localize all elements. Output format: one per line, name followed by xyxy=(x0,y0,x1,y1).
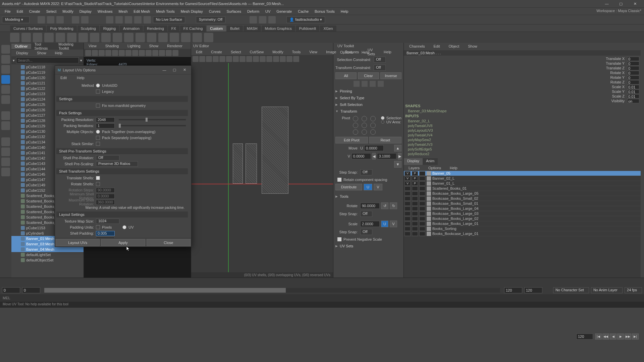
shelf-tool-icon[interactable] xyxy=(78,33,88,42)
shelf-tool-icon[interactable] xyxy=(124,33,133,42)
snap-curve-icon[interactable] xyxy=(115,16,123,23)
shelf-tab-fx[interactable]: FX xyxy=(168,25,179,32)
uv-shell[interactable] xyxy=(233,143,243,184)
shelf-tool-icon[interactable] xyxy=(101,33,111,42)
layer-row[interactable]: VPBanner_05 xyxy=(404,171,641,176)
scale-snap-drop[interactable]: Off xyxy=(360,229,372,235)
convert-icon[interactable] xyxy=(362,81,368,87)
vp-tool-icon[interactable] xyxy=(159,50,165,56)
chan-menu-object[interactable]: Object xyxy=(446,44,462,49)
window-minimize[interactable]: — xyxy=(600,0,614,7)
tile-padding-input[interactable] xyxy=(96,237,115,238)
dialog-minimize[interactable]: — xyxy=(160,67,168,73)
menu-mesh-display[interactable]: Mesh Display xyxy=(178,9,206,14)
pack-iter-input[interactable] xyxy=(96,123,115,128)
rotate-ccw-icon[interactable]: ↺ xyxy=(381,202,388,209)
vp-tool-icon[interactable] xyxy=(152,50,158,56)
layer-row[interactable]: Scattered_Books_01 xyxy=(404,186,641,191)
shelf-tool-icon[interactable] xyxy=(193,33,202,42)
shelf-tab-pulldownit[interactable]: PulldownIt xyxy=(296,25,320,32)
shelf-tab-poly-modeling[interactable]: Poly Modeling xyxy=(47,25,76,32)
distribute-v-button[interactable]: V xyxy=(374,184,382,190)
input-node[interactable]: polyTweakUV8 xyxy=(404,123,641,128)
layout-icon[interactable] xyxy=(1,121,10,130)
save-scene-icon[interactable] xyxy=(56,16,64,23)
vp-menu-show[interactable]: Show xyxy=(147,43,161,49)
uv-canvas[interactable] xyxy=(191,63,333,272)
menu-uv[interactable]: UV xyxy=(263,9,273,14)
rotate-shells-check[interactable] xyxy=(96,182,100,186)
workspace-indicator[interactable]: Workspace : Maya Classic* xyxy=(596,9,641,13)
retain-check[interactable] xyxy=(337,178,341,182)
menu-file[interactable]: File xyxy=(2,9,13,14)
shelf-tab-rendering[interactable]: Rendering xyxy=(144,25,167,32)
dialog-maximize[interactable]: ▢ xyxy=(170,67,178,73)
section-layout[interactable]: Layout Settings xyxy=(56,212,188,218)
shelf-tab-curves---surfaces[interactable]: Curves / Surfaces xyxy=(10,25,46,32)
layer-color-swatch[interactable] xyxy=(427,222,431,226)
uv-tool-icon[interactable] xyxy=(239,56,246,62)
shelf-tool-icon[interactable] xyxy=(181,33,191,42)
pack-together-radio[interactable] xyxy=(96,130,100,134)
last-tool-icon[interactable] xyxy=(1,95,10,104)
uv-menu-textures[interactable]: Textures xyxy=(342,49,362,55)
vp-tool-icon[interactable] xyxy=(146,50,152,56)
menu-mesh[interactable]: Mesh xyxy=(116,9,130,14)
layer-row[interactable]: Bookcase_Books_Large_04 xyxy=(404,206,641,211)
move-step-input[interactable] xyxy=(377,153,396,159)
channel-attr-row[interactable]: Translate X0 xyxy=(404,56,641,61)
prevent-neg-check[interactable] xyxy=(337,237,341,241)
move-v-input[interactable] xyxy=(352,153,371,159)
select-all-button[interactable]: All xyxy=(335,72,357,79)
uv-menu-select[interactable]: Select xyxy=(228,49,244,55)
translate-shells-check[interactable] xyxy=(96,176,100,180)
layer-color-swatch[interactable] xyxy=(427,186,431,191)
menu-windows[interactable]: Windows xyxy=(95,9,115,14)
move-left-button[interactable]: ◀ xyxy=(372,153,376,160)
vp-tool-icon[interactable] xyxy=(119,50,125,56)
shelf-tool-icon[interactable] xyxy=(170,33,179,42)
rotate-tool-icon[interactable] xyxy=(1,75,10,84)
live-surface-drop[interactable]: No Live Surface xyxy=(153,16,185,23)
method-legacy-radio[interactable] xyxy=(96,89,100,94)
uv-shell[interactable] xyxy=(262,107,288,194)
shelf-tool-icon[interactable] xyxy=(56,33,65,42)
layer-color-swatch[interactable] xyxy=(427,181,431,186)
chan-menu-channels[interactable]: Channels xyxy=(407,44,427,49)
shelf-tool-icon[interactable] xyxy=(147,33,156,42)
scale-tool-icon[interactable] xyxy=(1,85,10,94)
play-fwd-button[interactable]: ▶ xyxy=(617,334,624,340)
lay-menu-layers[interactable]: Layers xyxy=(406,165,422,171)
menu-edit-mesh[interactable]: Edit Mesh xyxy=(131,9,153,14)
outliner-item[interactable]: Banner_04:Mesh xyxy=(11,247,84,252)
pad-pixels-radio[interactable] xyxy=(96,225,100,229)
vp-tool-icon[interactable] xyxy=(105,50,111,56)
pivot-grid[interactable] xyxy=(353,116,378,135)
section-tools[interactable]: Tools xyxy=(335,193,401,200)
snap-plane-icon[interactable] xyxy=(134,16,142,23)
channel-attr-row[interactable]: Scale Y0.01 xyxy=(404,89,641,94)
menu-select[interactable]: Select xyxy=(44,9,59,14)
lasso-tool-icon[interactable] xyxy=(1,55,10,64)
vp-menu-renderer[interactable]: Renderer xyxy=(164,43,185,49)
outliner-menu-help[interactable]: Help xyxy=(52,50,65,56)
shelf-tab-fx-caching[interactable]: FX Caching xyxy=(180,25,206,32)
vp-tool-icon[interactable] xyxy=(166,50,172,56)
apply-button[interactable]: Apply xyxy=(101,239,145,246)
section-pack[interactable]: Pack Settings xyxy=(56,110,188,116)
go-end-button[interactable]: ▶| xyxy=(632,334,639,340)
layer-row[interactable]: Bookcase_Books_Large_05 xyxy=(404,191,641,196)
select-clear-button[interactable]: Clear xyxy=(358,72,379,79)
convert-icon[interactable] xyxy=(378,81,384,87)
range-in-input[interactable] xyxy=(22,287,40,293)
section-shell-transform[interactable]: Shell Transform Settings xyxy=(56,168,188,174)
uv-tool-icon[interactable] xyxy=(193,56,199,62)
layer-row[interactable]: Bookcase_Books_Small_02 xyxy=(404,196,641,201)
uv-tool-icon[interactable] xyxy=(266,56,272,62)
pack-separate-radio[interactable] xyxy=(96,136,100,140)
uv-tool-icon[interactable] xyxy=(206,56,212,62)
play-back-button[interactable]: ◀ xyxy=(610,334,616,340)
distribute-u-button[interactable]: U xyxy=(364,184,372,190)
shelf-tool-icon[interactable] xyxy=(90,33,99,42)
menu-deform[interactable]: Deform xyxy=(245,9,262,14)
